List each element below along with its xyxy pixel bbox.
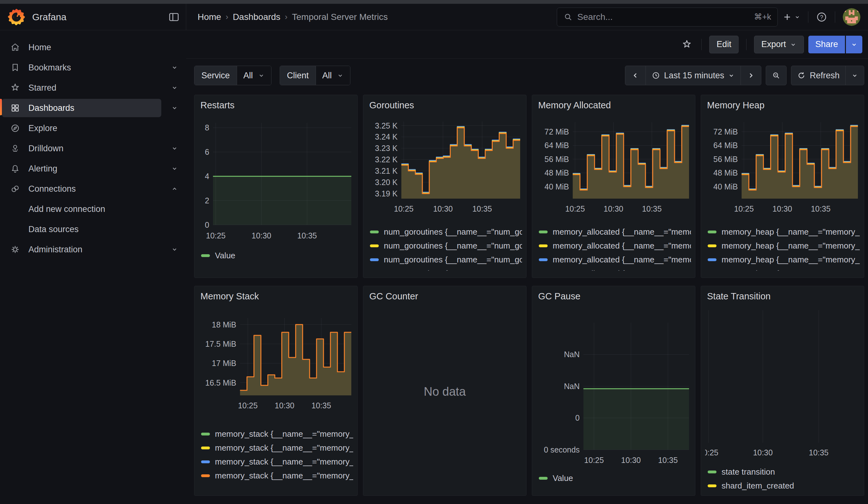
export-button[interactable]: Export [754,36,804,53]
legend-item[interactable]: num_goroutines {__name__="num_go [368,253,522,267]
legend-label: memory_allocated {__name__="memo [553,269,691,271]
chevron-down-icon[interactable] [170,245,179,254]
sidebar-link-alerting[interactable]: Alerting [2,160,161,178]
svg-text:10:35: 10:35 [642,204,662,213]
client-variable-select[interactable]: All [316,66,350,85]
sidebar-link-drilldown[interactable]: Drilldown [2,139,161,157]
panel-title[interactable]: Memory Allocated [536,95,691,116]
refresh-controls: Refresh [791,66,864,85]
time-zoom-out-button[interactable] [766,66,786,85]
refresh-button[interactable]: Refresh [791,66,845,85]
chevron-down-icon[interactable] [170,104,179,112]
panel-title[interactable]: Memory Stack [198,286,353,307]
favorite-star-button[interactable] [680,38,694,51]
panel-gc-pause: GC Pause NaNNaN00 seconds10:2510:3010:35… [532,286,695,496]
panel-goroutines: Goroutines 3.25 K3.24 K3.23 K3.22 K3.21 … [363,95,526,278]
sidebar-sublink-data-sources[interactable]: Data sources [28,225,79,234]
svg-text:10:35: 10:35 [658,456,678,464]
time-range-picker[interactable]: Last 15 minutes [645,66,741,85]
sidebar-item-connections: Connections [0,179,186,199]
legend-item[interactable]: Value [536,471,691,485]
sidebar-sublink-add-new-connection[interactable]: Add new connection [28,204,105,214]
legend-item[interactable]: num_goroutines {__name__="num_go [368,239,522,253]
legend-item[interactable]: memory_stack {__name__="memory_s [198,455,353,469]
state-transition-chart[interactable]: 10:2510:3010:35 [705,307,860,465]
sidebar-item-starred: Starred [0,78,186,98]
zoom-out-group [766,66,787,85]
memory-heap-chart[interactable]: 72 MiB64 MiB56 MiB48 MiB40 MiB10:2510:30… [705,116,860,225]
share-button[interactable]: Share [808,36,845,53]
time-shift-forward-button[interactable] [741,66,761,85]
new-menu-button[interactable] [782,12,800,22]
sidebar-link-dashboards[interactable]: Dashboards [2,99,161,117]
legend-item[interactable]: memory_stack {__name__="memory_s [198,469,353,483]
chevron-up-icon[interactable] [170,185,179,193]
legend-item[interactable]: memory_allocated {__name__="memo [536,225,691,239]
help-icon: ? [816,11,827,23]
chevron-down-icon[interactable] [170,165,179,173]
panel-title[interactable]: GC Pause [536,286,691,307]
panel-title[interactable]: GC Counter [368,286,522,307]
svg-text:10:30: 10:30 [251,231,271,240]
search-shortcut: ⌘+k [754,12,771,22]
legend-item[interactable]: state transition [705,465,860,479]
legend-label: memory_heap {__name__="memory_h [722,241,860,251]
legend-item[interactable]: memory_allocated {__name__="memo [536,267,691,271]
legend-item[interactable]: memory_heap {__name__="memory_h [705,253,860,267]
svg-text:8: 8 [205,123,209,132]
avatar[interactable] [843,8,860,26]
chevron-down-icon [728,71,735,80]
breadcrumb-dashboards[interactable]: Dashboards [232,12,280,22]
panel-title[interactable]: Goroutines [368,95,522,116]
panel-title[interactable]: Restarts [198,95,353,116]
chevron-down-icon[interactable] [170,63,179,72]
sidebar-link-explore[interactable]: Explore [2,119,161,137]
legend-swatch [370,258,379,261]
sidebar: Home Bookmarks Starred [0,30,186,504]
no-data-message: No data [368,307,522,495]
legend-item[interactable]: memory_heap {__name__="memory_h [705,239,860,253]
legend-item[interactable]: memory_heap {__name__="memory_h [705,267,860,271]
sidebar-link-home[interactable]: Home [2,38,161,56]
grafana-logo-icon[interactable] [8,8,25,26]
gc-pause-chart[interactable]: NaNNaN00 seconds10:2510:3010:35 [536,307,691,471]
panel-title[interactable]: Memory Heap [705,95,860,116]
client-variable: Client All [280,66,350,85]
edit-button[interactable]: Edit [709,36,738,53]
memory-allocated-chart[interactable]: 72 MiB64 MiB56 MiB48 MiB40 MiB10:2510:30… [536,116,691,225]
sidebar-link-starred[interactable]: Starred [2,79,161,97]
svg-text:10:25: 10:25 [238,401,258,410]
chevron-down-icon[interactable] [170,144,179,153]
share-menu-button[interactable] [846,36,862,53]
time-shift-back-button[interactable] [625,66,645,85]
goroutines-chart[interactable]: 3.25 K3.24 K3.23 K3.22 K3.21 K3.20 K3.19… [368,116,522,225]
legend-item[interactable]: memory_allocated {__name__="memo [536,239,691,253]
legend-item[interactable]: num_goroutines {__name__="num_go [368,267,522,271]
svg-text:72 MiB: 72 MiB [713,127,738,136]
chevron-down-icon[interactable] [170,84,179,92]
sidebar-link-bookmarks[interactable]: Bookmarks [2,59,161,77]
memory-stack-chart[interactable]: 18 MiB17.5 MiB17 MiB16.5 MiB10:2510:3010… [198,307,353,427]
restarts-chart[interactable]: 8642010:2510:3010:35 [198,116,353,248]
dock-sidebar-icon[interactable] [168,11,179,23]
panel-state-transition: State Transition 10:2510:3010:35 state t… [701,286,864,496]
legend-item[interactable]: memory_allocated {__name__="memo [536,253,691,267]
legend-item[interactable]: shard_item_created [705,479,860,493]
legend-label: Value [553,473,573,483]
sidebar-link-administration[interactable]: Administration [2,240,161,259]
legend-item[interactable]: memory_stack {__name__="memory_s [198,441,353,455]
service-variable-select[interactable]: All [237,66,271,85]
panel-title[interactable]: State Transition [705,286,860,307]
breadcrumb-home[interactable]: Home [198,12,221,22]
search-input[interactable]: Search... ⌘+k [557,8,778,27]
svg-text:48 MiB: 48 MiB [545,168,569,177]
legend-label: memory_allocated {__name__="memo [553,241,691,251]
legend-item[interactable]: memory_stack {__name__="memory_s [198,427,353,441]
legend-item[interactable]: Value [198,248,353,263]
legend-item[interactable]: num_goroutines {__name__="num_go [368,225,522,239]
sidebar-link-connections[interactable]: Connections [2,180,161,198]
refresh-interval-button[interactable] [845,66,864,85]
legend-item[interactable]: memory_heap {__name__="memory_h [705,225,860,239]
star-icon [681,39,692,50]
help-button[interactable]: ? [816,11,827,23]
